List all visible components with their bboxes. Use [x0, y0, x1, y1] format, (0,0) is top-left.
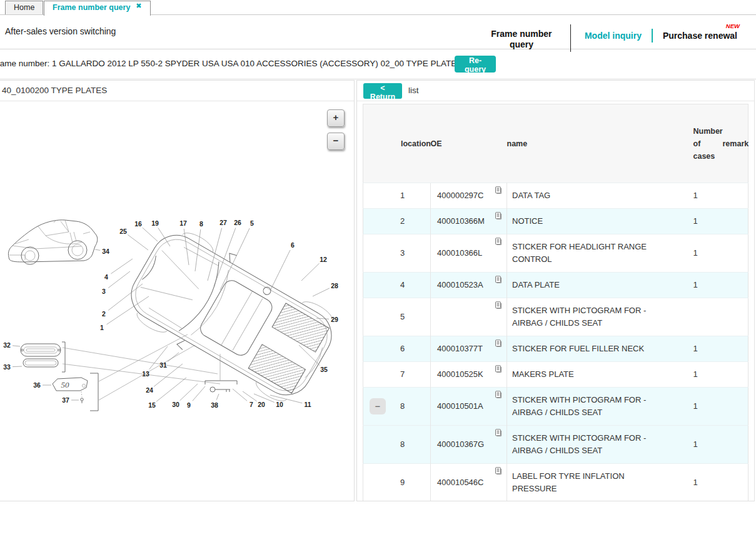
oe-number: 400010523A: [437, 280, 483, 289]
location-value: 3: [389, 248, 405, 258]
callout-16[interactable]: 16: [134, 220, 142, 228]
number-of-cases: 1: [688, 388, 723, 426]
callout-leader-line: [154, 364, 183, 386]
header-name: name: [507, 104, 688, 183]
remark-value: [723, 362, 748, 388]
list-toolbar: < Return list: [357, 81, 754, 101]
callout-17[interactable]: 17: [179, 219, 187, 227]
oe-number: 400010366L: [437, 248, 482, 258]
badge-33: [23, 359, 58, 367]
table-row[interactable]: 7 400010525K MAKERS PLATE 1: [363, 362, 748, 388]
callout-35[interactable]: 35: [320, 366, 328, 373]
copy-icon[interactable]: [495, 275, 502, 288]
part-name: NOTICE: [512, 215, 543, 228]
callout-34[interactable]: 34: [102, 248, 109, 255]
callout-1[interactable]: 1: [100, 324, 104, 331]
callout-38[interactable]: 38: [211, 401, 218, 409]
car-top-view: [118, 218, 345, 413]
callout-13[interactable]: 13: [142, 370, 149, 378]
callout-36[interactable]: 36: [33, 381, 41, 389]
badge-leader-lines: [63, 334, 220, 400]
list-label: list: [408, 86, 419, 95]
frame-number-text: Frame number: 1 GALLARDO 2012 LP 550-2 S…: [0, 59, 462, 68]
callout-33[interactable]: 33: [3, 363, 11, 371]
callout-leader-line: [195, 229, 201, 271]
badge-32: [21, 344, 61, 356]
table-row[interactable]: 3 400010366L STICKER FOR HEADLIGHT RANGE…: [363, 234, 748, 273]
callout-30[interactable]: 30: [172, 401, 179, 408]
copy-icon[interactable]: [495, 428, 502, 441]
table-row[interactable]: 1 400000297C DATA TAG 1: [363, 183, 748, 209]
callout-9[interactable]: 9: [187, 401, 191, 409]
remark-value: [723, 388, 748, 426]
callout-leader-line: [316, 318, 329, 319]
tab-frame-number-query[interactable]: Frame number query✖: [44, 1, 151, 16]
part-name: DATA PLATE: [512, 279, 560, 291]
callout-2[interactable]: 2: [102, 310, 106, 318]
copy-icon[interactable]: [495, 186, 502, 198]
nav-frame-number-query[interactable]: Frame number query: [486, 29, 557, 50]
callout-24[interactable]: 24: [146, 386, 153, 394]
table-row[interactable]: 5 STICKER WITH PICTOGRAM FOR - AIRBAG / …: [363, 298, 748, 336]
location-value: 2: [389, 216, 405, 226]
callout-15[interactable]: 15: [148, 401, 156, 409]
tab-home[interactable]: Home: [5, 1, 43, 14]
oe-number: 400010546C: [437, 478, 483, 487]
copy-icon[interactable]: [495, 390, 502, 403]
table-row[interactable]: 6 400010377T STICKER FOR FUEL FILLER NEC…: [363, 336, 748, 362]
parts-diagram-svg: 50 25161917: [0, 101, 353, 500]
table-row[interactable]: 9 400010546C LABEL FOR TYRE INFLATION PR…: [363, 464, 748, 502]
copy-icon[interactable]: [495, 339, 502, 351]
table-row[interactable]: 4 400010523A DATA PLATE 1: [363, 273, 748, 298]
callout-leader-line: [13, 366, 22, 367]
copy-icon[interactable]: [495, 237, 502, 249]
callout-28[interactable]: 28: [331, 282, 338, 289]
callout-5[interactable]: 5: [250, 219, 254, 227]
table-row[interactable]: 2 400010366M NOTICE 1: [363, 209, 748, 234]
copy-icon[interactable]: [495, 211, 502, 224]
callout-3[interactable]: 3: [102, 288, 106, 295]
part-name: MAKERS PLATE: [512, 368, 574, 381]
callout-7[interactable]: 7: [249, 401, 253, 408]
callout-leader-line: [128, 234, 148, 250]
callout-10[interactable]: 10: [276, 401, 283, 408]
callout-12[interactable]: 12: [320, 256, 327, 263]
remark-value: [723, 209, 748, 234]
callout-11[interactable]: 11: [304, 401, 311, 408]
return-button[interactable]: < Return: [363, 83, 402, 99]
callout-leader-line: [111, 259, 133, 274]
location-value: 8: [389, 401, 405, 411]
callout-27[interactable]: 27: [219, 219, 227, 226]
oe-number: 400010377T: [437, 344, 483, 353]
nav-divider: [570, 24, 571, 52]
oe-number: 400010501A: [437, 401, 483, 411]
table-row[interactable]: 8 400010367G STICKER WITH PICTOGRAM FOR …: [363, 426, 748, 464]
callout-31[interactable]: 31: [159, 361, 167, 369]
nav-model-inquiry[interactable]: Model inquiry: [585, 31, 642, 41]
requery-button[interactable]: Re-query: [455, 56, 496, 73]
callout-6[interactable]: 6: [291, 241, 295, 249]
copy-icon[interactable]: [495, 364, 502, 377]
callout-4[interactable]: 4: [104, 273, 108, 281]
table-row[interactable]: − 8 400010501A STICKER WITH PICTOGRAM FO…: [363, 388, 748, 426]
callout-26[interactable]: 26: [234, 219, 241, 226]
close-icon[interactable]: ✖: [136, 2, 141, 9]
copy-icon[interactable]: [495, 466, 502, 479]
callout-25[interactable]: 25: [119, 228, 127, 235]
collapse-button[interactable]: −: [370, 398, 386, 414]
copy-icon[interactable]: [495, 301, 502, 313]
part-name: LABEL FOR TYRE INFLATION PRESSURE: [512, 470, 662, 495]
callout-20[interactable]: 20: [258, 401, 265, 408]
callout-leader-line: [313, 288, 330, 296]
number-of-cases: 1: [688, 362, 723, 388]
callout-32[interactable]: 32: [3, 341, 11, 349]
callout-29[interactable]: 29: [331, 316, 338, 323]
top-nav: Frame number query Model inquiry Purchas…: [486, 14, 737, 49]
callout-19[interactable]: 19: [151, 219, 159, 227]
remark-value: [723, 298, 748, 336]
nav-purchase-renewal[interactable]: Purchase renewal NEW: [663, 31, 737, 41]
header-number-of-cases: Number of cases: [688, 104, 723, 183]
callout-8[interactable]: 8: [199, 220, 203, 228]
callout-37[interactable]: 37: [62, 396, 69, 404]
number-of-cases: [688, 298, 723, 336]
